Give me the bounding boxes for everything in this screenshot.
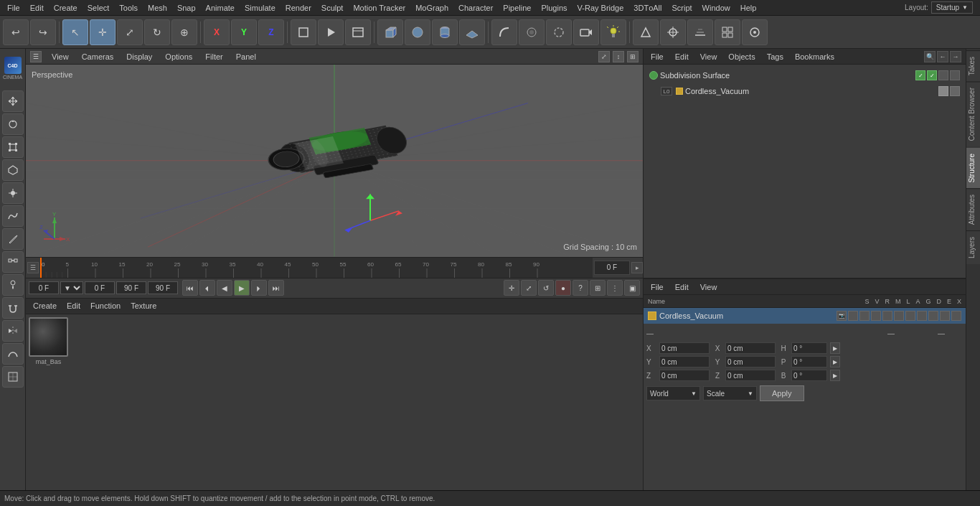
playback-mode-button[interactable]: [345, 19, 371, 45]
menu-render[interactable]: Render: [281, 2, 316, 14]
object-row-vacuum[interactable]: L0 Cordless_Vacuum: [646, 83, 963, 99]
transform-tool-button[interactable]: ⊕: [171, 19, 197, 45]
coord-y-pos-input[interactable]: [659, 356, 710, 367]
sidebar-uv-button[interactable]: [2, 366, 24, 388]
attr-icon-5[interactable]: [882, 311, 892, 321]
subdivision-button[interactable]: [519, 19, 545, 45]
menu-simulate[interactable]: Simulate: [240, 2, 280, 14]
tab-structure[interactable]: Structure: [966, 147, 981, 189]
playback-end-input[interactable]: [116, 281, 146, 294]
attr-icon-2[interactable]: [848, 311, 858, 321]
om-view-menu[interactable]: View: [697, 51, 720, 62]
menu-pipeline[interactable]: Pipeline: [499, 2, 535, 14]
menu-mograph[interactable]: MoGraph: [411, 2, 453, 14]
menu-animate[interactable]: Animate: [202, 2, 239, 14]
camera-button[interactable]: [573, 19, 599, 45]
coord-z-expand-btn[interactable]: ▶: [830, 370, 840, 381]
sidebar-knife-button[interactable]: [2, 228, 24, 250]
viewport-panel-menu[interactable]: Panel: [233, 51, 259, 62]
dots-playback-btn[interactable]: ⋮: [607, 280, 623, 296]
sidebar-polygon-button[interactable]: [2, 159, 24, 181]
play-backward-button[interactable]: ◀: [217, 280, 232, 296]
coord-b-rot-input[interactable]: [791, 370, 827, 381]
viewport-expand-button[interactable]: ⤢: [598, 51, 610, 62]
light-button[interactable]: [600, 19, 626, 45]
subdivision-render-btn[interactable]: ✓: [927, 70, 937, 80]
viewport-cameras-menu[interactable]: Cameras: [79, 51, 117, 62]
play-forward-button[interactable]: ▶: [234, 280, 250, 296]
attr-icon-6[interactable]: [894, 311, 904, 321]
next-frame-button[interactable]: ⏵: [251, 280, 267, 296]
snap-button[interactable]: [660, 19, 686, 45]
subdivision-extra2-btn[interactable]: [950, 70, 960, 80]
sidebar-scale-button[interactable]: [2, 136, 24, 158]
menu-file[interactable]: File: [3, 2, 24, 14]
viewport-arrows-button[interactable]: ↕: [613, 51, 624, 62]
menu-3dtoall[interactable]: 3DTоAll: [629, 2, 666, 14]
viewport-layout-button[interactable]: ⊞: [627, 51, 639, 62]
scale-tool-button[interactable]: ⤢: [117, 19, 143, 45]
material-swatch[interactable]: [29, 317, 68, 357]
redo-button[interactable]: ↪: [30, 19, 56, 45]
coord-z-pos-input[interactable]: [659, 370, 710, 381]
vacuum-icon1-btn[interactable]: [938, 86, 948, 96]
attr-icon-7[interactable]: [905, 311, 915, 321]
coord-p-rot-input[interactable]: [791, 356, 827, 367]
cube-button[interactable]: [377, 19, 403, 45]
menu-plugins[interactable]: Plugins: [537, 2, 571, 14]
loop-btn[interactable]: ↺: [538, 280, 554, 296]
film-strip-btn[interactable]: ▣: [624, 280, 640, 296]
material-texture-menu[interactable]: Texture: [128, 300, 159, 311]
sidebar-move-button[interactable]: [2, 90, 24, 112]
object-mode-button[interactable]: [291, 19, 316, 45]
sidebar-smooth-button[interactable]: [2, 343, 24, 365]
sidebar-paint-button[interactable]: [2, 274, 24, 296]
sidebar-mirror-button[interactable]: [2, 320, 24, 342]
tab-attributes[interactable]: Attributes: [966, 188, 981, 230]
subdivision-extra1-btn[interactable]: [938, 70, 948, 80]
coord-z-size-input[interactable]: [725, 370, 776, 381]
viewport-shading-button[interactable]: [633, 19, 659, 45]
viewport-display-menu[interactable]: Display: [123, 51, 155, 62]
playback-fps-select[interactable]: ▼: [60, 281, 83, 294]
attr-icon-11[interactable]: [951, 311, 961, 321]
menu-script[interactable]: Script: [667, 2, 696, 14]
null-button[interactable]: [546, 19, 572, 45]
attr-object-row[interactable]: Cordless_Vacuum 📷: [644, 308, 966, 324]
move-tool-button[interactable]: ✛: [90, 19, 116, 45]
current-frame-display[interactable]: 0 F: [594, 261, 630, 275]
coord-x-size-input[interactable]: [725, 342, 776, 354]
menu-vray[interactable]: V-Ray Bridge: [573, 2, 628, 14]
goto-start-button[interactable]: ⏮: [182, 280, 198, 296]
am-file-menu[interactable]: File: [648, 281, 666, 293]
sphere-button[interactable]: [405, 19, 430, 45]
sidebar-rotate-button[interactable]: [2, 113, 24, 135]
om-refresh-btn[interactable]: →: [950, 51, 961, 62]
grid-button[interactable]: [715, 19, 740, 45]
timeline-menu-btn[interactable]: ☰: [27, 262, 39, 273]
grid-playback-btn[interactable]: ⊞: [590, 280, 606, 296]
sidebar-bridge-button[interactable]: [2, 251, 24, 273]
record-btn[interactable]: ●: [555, 280, 571, 296]
om-bookmarks-menu[interactable]: Bookmarks: [792, 51, 837, 62]
om-search-btn[interactable]: 🔍: [924, 51, 936, 62]
om-file-menu[interactable]: File: [648, 51, 666, 62]
vacuum-expand-icon[interactable]: L0: [661, 87, 672, 95]
cursor-tool-button[interactable]: ↖: [62, 19, 88, 45]
om-settings-btn[interactable]: ←: [937, 51, 948, 62]
menu-tools[interactable]: Tools: [115, 2, 142, 14]
rotate-tool-button[interactable]: ↻: [144, 19, 170, 45]
vacuum-icon2-btn[interactable]: [950, 86, 960, 96]
om-edit-menu[interactable]: Edit: [672, 51, 692, 62]
am-edit-menu[interactable]: Edit: [672, 281, 692, 293]
scale-playback-btn[interactable]: ⤢: [521, 280, 537, 296]
menu-select[interactable]: Select: [83, 2, 114, 14]
attr-icon-camera[interactable]: 📷: [837, 311, 847, 321]
apply-button[interactable]: Apply: [760, 385, 804, 401]
viewport-filter-menu[interactable]: Filter: [202, 51, 225, 62]
sidebar-magnet-button[interactable]: [2, 297, 24, 319]
nurbs-button[interactable]: [491, 19, 517, 45]
playback-preview-end-input[interactable]: [148, 281, 178, 294]
goto-end-button[interactable]: ⏭: [268, 280, 284, 296]
material-function-menu[interactable]: Function: [88, 300, 123, 311]
